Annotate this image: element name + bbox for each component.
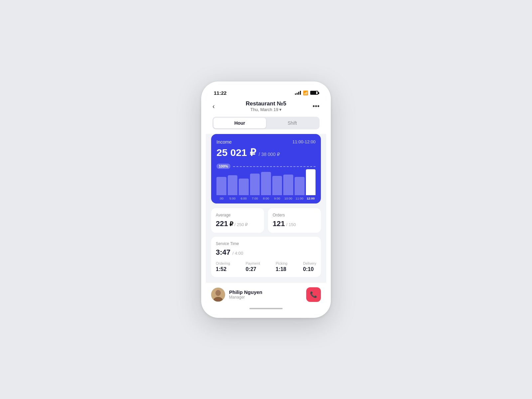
battery-icon bbox=[310, 91, 318, 95]
chart-bar-wrap bbox=[216, 177, 226, 195]
tab-hour[interactable]: Hour bbox=[213, 118, 266, 128]
chart-bar-wrap bbox=[283, 175, 293, 195]
stats-row: Average 221 ₽ / 250 ₽ Orders 121 / 150 bbox=[211, 208, 321, 233]
chart-label: 9:00 bbox=[272, 197, 282, 200]
user-role: Manager bbox=[229, 295, 262, 300]
average-label: Average bbox=[216, 213, 259, 217]
home-indicator bbox=[206, 305, 326, 313]
bottom-bar: Philip Nguyen Manager 📞 bbox=[206, 282, 326, 305]
status-bar: 11:22 📶 bbox=[206, 86, 326, 98]
orders-value-row: 121 / 150 bbox=[273, 219, 316, 228]
service-time-card: Service Time 3:47 / 4:00 Ordering1:52Pay… bbox=[211, 237, 321, 277]
chart-bar bbox=[306, 169, 316, 195]
chart-label: :00 bbox=[216, 197, 226, 200]
chart-bar bbox=[216, 177, 226, 195]
phone-frame: 11:22 📶 ‹ Restaurant №5 Thu, M bbox=[201, 81, 331, 318]
chart-bar-wrap bbox=[250, 174, 260, 195]
header-center: Restaurant №5 Thu, March 19 ▾ bbox=[246, 100, 286, 112]
chart-bar bbox=[239, 179, 249, 195]
orders-target: / 150 bbox=[286, 222, 296, 227]
breakdown-label: Picking bbox=[276, 261, 287, 265]
chart-label: 10:00 bbox=[283, 197, 293, 200]
call-button[interactable]: 📞 bbox=[306, 287, 321, 302]
average-target: / 250 ₽ bbox=[234, 222, 248, 227]
svg-point-1 bbox=[215, 290, 221, 296]
income-chart: 100% :005:006:007:008:009:0010:0011:0012… bbox=[216, 164, 316, 203]
tab-bar: Hour Shift bbox=[206, 117, 326, 134]
chart-bar bbox=[272, 176, 282, 195]
chart-bar bbox=[228, 175, 238, 195]
average-value-row: 221 ₽ / 250 ₽ bbox=[216, 219, 259, 228]
income-header: Income 11:00-12:00 bbox=[216, 139, 316, 145]
page-title: Restaurant №5 bbox=[246, 100, 286, 107]
breakdown-item: Picking1:18 bbox=[276, 261, 287, 272]
phone-icon: 📞 bbox=[310, 291, 317, 298]
signal-icon bbox=[295, 91, 301, 95]
chart-bar-wrap bbox=[228, 175, 238, 195]
chart-bar-wrap bbox=[239, 179, 249, 195]
status-icons: 📶 bbox=[295, 90, 318, 95]
service-breakdown: Ordering1:52Payment0:27Picking1:18Delive… bbox=[216, 261, 316, 272]
user-info: Philip Nguyen Manager bbox=[211, 288, 262, 302]
chart-labels: :005:006:007:008:009:0010:0011:0012:00 bbox=[216, 195, 316, 203]
chart-bar bbox=[250, 174, 260, 195]
average-value: 221 bbox=[216, 219, 228, 228]
breakdown-item: Delivery0:10 bbox=[303, 261, 316, 272]
service-time-target: / 4:00 bbox=[232, 251, 243, 256]
chart-bars bbox=[216, 164, 316, 195]
average-currency: ₽ bbox=[229, 220, 233, 228]
chart-label: 6:00 bbox=[239, 197, 249, 200]
user-name: Philip Nguyen bbox=[229, 289, 262, 295]
chart-bar-wrap bbox=[295, 177, 305, 195]
chart-bar bbox=[295, 177, 305, 195]
chart-label: 11:00 bbox=[295, 197, 305, 200]
home-bar bbox=[249, 308, 283, 309]
breakdown-label: Delivery bbox=[303, 261, 316, 265]
chart-bar-wrap bbox=[261, 172, 271, 195]
orders-card: Orders 121 / 150 bbox=[268, 208, 321, 233]
breakdown-value: 1:18 bbox=[276, 266, 287, 272]
status-time: 11:22 bbox=[214, 90, 226, 96]
income-main-value: 25 021 ₽ bbox=[216, 147, 256, 158]
main-content: Income 11:00-12:00 25 021 ₽ / 38 000 ₽ 1… bbox=[206, 134, 326, 282]
phone-screen: 11:22 📶 ‹ Restaurant №5 Thu, M bbox=[206, 86, 326, 313]
chart-badge: 100% bbox=[216, 164, 230, 169]
chart-bar-wrap bbox=[306, 169, 316, 195]
chart-bar bbox=[261, 172, 271, 195]
chart-dashed-line bbox=[233, 166, 316, 167]
chart-bar-wrap bbox=[272, 176, 282, 195]
wifi-icon: 📶 bbox=[303, 90, 308, 95]
breakdown-item: Ordering1:52 bbox=[216, 261, 230, 272]
breakdown-label: Ordering bbox=[216, 261, 230, 265]
tab-container: Hour Shift bbox=[212, 117, 320, 129]
breakdown-value: 1:52 bbox=[216, 266, 230, 272]
chart-label: 7:00 bbox=[250, 197, 260, 200]
tab-shift[interactable]: Shift bbox=[266, 118, 319, 128]
chart-label: 8:00 bbox=[261, 197, 271, 200]
chart-label: 5:00 bbox=[228, 197, 238, 200]
service-time-value: 3:47 bbox=[216, 248, 230, 257]
income-card: Income 11:00-12:00 25 021 ₽ / 38 000 ₽ 1… bbox=[211, 134, 321, 203]
service-main-row: 3:47 / 4:00 bbox=[216, 248, 316, 257]
income-label: Income bbox=[216, 139, 232, 145]
header: ‹ Restaurant №5 Thu, March 19 ▾ ••• bbox=[206, 98, 326, 117]
back-button[interactable]: ‹ bbox=[212, 102, 223, 110]
breakdown-item: Payment0:27 bbox=[246, 261, 260, 272]
breakdown-value: 0:27 bbox=[246, 266, 260, 272]
income-amount: 25 021 ₽ / 38 000 ₽ bbox=[216, 147, 316, 158]
service-time-label: Service Time bbox=[216, 241, 316, 246]
user-details: Philip Nguyen Manager bbox=[229, 289, 262, 300]
orders-value: 121 bbox=[273, 219, 285, 228]
income-target: / 38 000 ₽ bbox=[259, 152, 280, 157]
avatar bbox=[211, 288, 225, 302]
breakdown-value: 0:10 bbox=[303, 266, 316, 272]
more-button[interactable]: ••• bbox=[309, 102, 320, 110]
orders-label: Orders bbox=[273, 213, 316, 217]
header-subtitle: Thu, March 19 ▾ bbox=[246, 107, 286, 112]
chart-label: 12:00 bbox=[306, 197, 316, 200]
chart-bar bbox=[283, 175, 293, 195]
average-card: Average 221 ₽ / 250 ₽ bbox=[211, 208, 264, 233]
income-time-range: 11:00-12:00 bbox=[293, 139, 316, 144]
breakdown-label: Payment bbox=[246, 261, 260, 265]
